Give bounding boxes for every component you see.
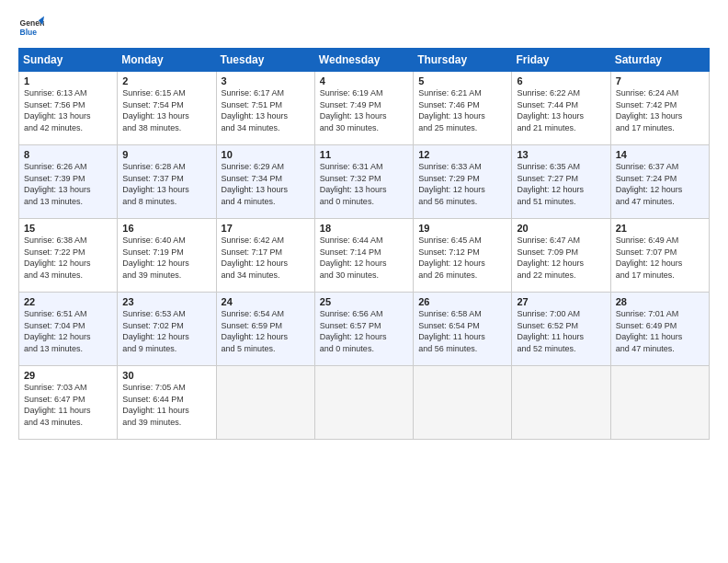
calendar-cell: 2Sunrise: 6:15 AM Sunset: 7:54 PM Daylig… [118,72,216,145]
day-info: Sunrise: 6:47 AM Sunset: 7:09 PM Dayligh… [517,235,605,281]
day-number: 17 [222,223,310,234]
calendar-week-5: 29Sunrise: 7:03 AM Sunset: 6:47 PM Dayli… [19,366,710,440]
day-info: Sunrise: 6:38 AM Sunset: 7:22 PM Dayligh… [24,235,112,281]
day-info: Sunrise: 6:29 AM Sunset: 7:34 PM Dayligh… [222,161,310,207]
calendar-cell: 29Sunrise: 7:03 AM Sunset: 6:47 PM Dayli… [19,366,118,440]
calendar-cell: 10Sunrise: 6:29 AM Sunset: 7:34 PM Dayli… [216,145,314,219]
day-info: Sunrise: 6:31 AM Sunset: 7:32 PM Dayligh… [320,161,408,207]
calendar-cell: 1Sunrise: 6:13 AM Sunset: 7:56 PM Daylig… [19,72,118,145]
day-info: Sunrise: 6:49 AM Sunset: 7:07 PM Dayligh… [616,235,704,281]
calendar-cell: 17Sunrise: 6:42 AM Sunset: 7:17 PM Dayli… [216,219,314,293]
calendar-cell [512,366,610,440]
day-number: 12 [418,149,506,160]
day-number: 26 [418,296,506,307]
weekday-wednesday: Wednesday [314,49,413,72]
logo: General Blue [18,15,44,40]
day-number: 11 [320,149,408,160]
weekday-saturday: Saturday [610,49,709,72]
calendar-cell: 5Sunrise: 6:21 AM Sunset: 7:46 PM Daylig… [414,72,512,145]
calendar-cell: 6Sunrise: 6:22 AM Sunset: 7:44 PM Daylig… [512,72,610,145]
day-info: Sunrise: 6:42 AM Sunset: 7:17 PM Dayligh… [222,235,310,281]
day-number: 16 [122,223,210,234]
calendar-cell: 9Sunrise: 6:28 AM Sunset: 7:37 PM Daylig… [118,145,216,219]
day-info: Sunrise: 6:22 AM Sunset: 7:44 PM Dayligh… [517,87,605,133]
day-info: Sunrise: 6:17 AM Sunset: 7:51 PM Dayligh… [222,87,310,133]
day-info: Sunrise: 6:51 AM Sunset: 7:04 PM Dayligh… [24,308,112,354]
page: General Blue SundayMondayTuesdayWednesda… [0,0,728,449]
day-number: 8 [24,149,112,160]
day-info: Sunrise: 6:28 AM Sunset: 7:37 PM Dayligh… [122,161,210,207]
calendar-cell [314,366,413,440]
calendar-cell: 14Sunrise: 6:37 AM Sunset: 7:24 PM Dayli… [610,145,709,219]
day-info: Sunrise: 7:00 AM Sunset: 6:52 PM Dayligh… [517,308,605,354]
day-info: Sunrise: 6:45 AM Sunset: 7:12 PM Dayligh… [418,235,506,281]
weekday-friday: Friday [512,49,610,72]
calendar-cell: 26Sunrise: 6:58 AM Sunset: 6:54 PM Dayli… [414,293,512,366]
calendar-week-2: 8Sunrise: 6:26 AM Sunset: 7:39 PM Daylig… [19,145,710,219]
day-info: Sunrise: 7:05 AM Sunset: 6:44 PM Dayligh… [122,382,210,428]
calendar-cell: 19Sunrise: 6:45 AM Sunset: 7:12 PM Dayli… [414,219,512,293]
header: General Blue [18,15,710,40]
weekday-header-row: SundayMondayTuesdayWednesdayThursdayFrid… [19,49,710,72]
logo-icon: General Blue [18,15,44,40]
weekday-tuesday: Tuesday [216,49,314,72]
calendar-cell: 23Sunrise: 6:53 AM Sunset: 7:02 PM Dayli… [118,293,216,366]
day-number: 18 [320,223,408,234]
calendar-cell: 16Sunrise: 6:40 AM Sunset: 7:19 PM Dayli… [118,219,216,293]
day-number: 5 [418,75,506,86]
day-number: 4 [320,75,408,86]
day-info: Sunrise: 6:13 AM Sunset: 7:56 PM Dayligh… [24,87,112,133]
calendar-cell: 24Sunrise: 6:54 AM Sunset: 6:59 PM Dayli… [216,293,314,366]
calendar-week-4: 22Sunrise: 6:51 AM Sunset: 7:04 PM Dayli… [19,293,710,366]
day-number: 6 [517,75,605,86]
day-number: 24 [222,296,310,307]
calendar-cell: 22Sunrise: 6:51 AM Sunset: 7:04 PM Dayli… [19,293,118,366]
calendar-week-1: 1Sunrise: 6:13 AM Sunset: 7:56 PM Daylig… [19,72,710,145]
calendar-cell: 27Sunrise: 7:00 AM Sunset: 6:52 PM Dayli… [512,293,610,366]
day-info: Sunrise: 7:01 AM Sunset: 6:49 PM Dayligh… [616,308,704,354]
calendar-cell [414,366,512,440]
day-number: 20 [517,223,605,234]
calendar-cell: 4Sunrise: 6:19 AM Sunset: 7:49 PM Daylig… [314,72,413,145]
day-number: 2 [122,75,210,86]
day-info: Sunrise: 6:15 AM Sunset: 7:54 PM Dayligh… [122,87,210,133]
day-info: Sunrise: 6:24 AM Sunset: 7:42 PM Dayligh… [616,87,704,133]
day-number: 21 [616,223,704,234]
day-number: 28 [616,296,704,307]
day-number: 10 [222,149,310,160]
weekday-monday: Monday [118,49,216,72]
day-number: 27 [517,296,605,307]
day-info: Sunrise: 6:44 AM Sunset: 7:14 PM Dayligh… [320,235,408,281]
calendar-cell: 18Sunrise: 6:44 AM Sunset: 7:14 PM Dayli… [314,219,413,293]
day-number: 13 [517,149,605,160]
day-number: 30 [122,370,210,381]
svg-text:Blue: Blue [20,28,38,37]
day-number: 19 [418,223,506,234]
day-number: 15 [24,223,112,234]
day-info: Sunrise: 7:03 AM Sunset: 6:47 PM Dayligh… [24,382,112,428]
calendar-cell: 12Sunrise: 6:33 AM Sunset: 7:29 PM Dayli… [414,145,512,219]
day-info: Sunrise: 6:19 AM Sunset: 7:49 PM Dayligh… [320,87,408,133]
day-info: Sunrise: 6:56 AM Sunset: 6:57 PM Dayligh… [320,308,408,354]
day-number: 3 [222,75,310,86]
day-info: Sunrise: 6:33 AM Sunset: 7:29 PM Dayligh… [418,161,506,207]
calendar-cell [216,366,314,440]
day-info: Sunrise: 6:58 AM Sunset: 6:54 PM Dayligh… [418,308,506,354]
day-info: Sunrise: 6:26 AM Sunset: 7:39 PM Dayligh… [24,161,112,207]
calendar-week-3: 15Sunrise: 6:38 AM Sunset: 7:22 PM Dayli… [19,219,710,293]
day-number: 7 [616,75,704,86]
day-info: Sunrise: 6:35 AM Sunset: 7:27 PM Dayligh… [517,161,605,207]
calendar-cell: 15Sunrise: 6:38 AM Sunset: 7:22 PM Dayli… [19,219,118,293]
day-number: 9 [122,149,210,160]
day-number: 25 [320,296,408,307]
day-info: Sunrise: 6:53 AM Sunset: 7:02 PM Dayligh… [122,308,210,354]
day-info: Sunrise: 6:21 AM Sunset: 7:46 PM Dayligh… [418,87,506,133]
day-info: Sunrise: 6:54 AM Sunset: 6:59 PM Dayligh… [222,308,310,354]
calendar-table: SundayMondayTuesdayWednesdayThursdayFrid… [18,48,710,440]
weekday-thursday: Thursday [414,49,512,72]
calendar-cell: 3Sunrise: 6:17 AM Sunset: 7:51 PM Daylig… [216,72,314,145]
calendar-cell: 21Sunrise: 6:49 AM Sunset: 7:07 PM Dayli… [610,219,709,293]
calendar-cell [610,366,709,440]
calendar-cell: 7Sunrise: 6:24 AM Sunset: 7:42 PM Daylig… [610,72,709,145]
day-number: 23 [122,296,210,307]
